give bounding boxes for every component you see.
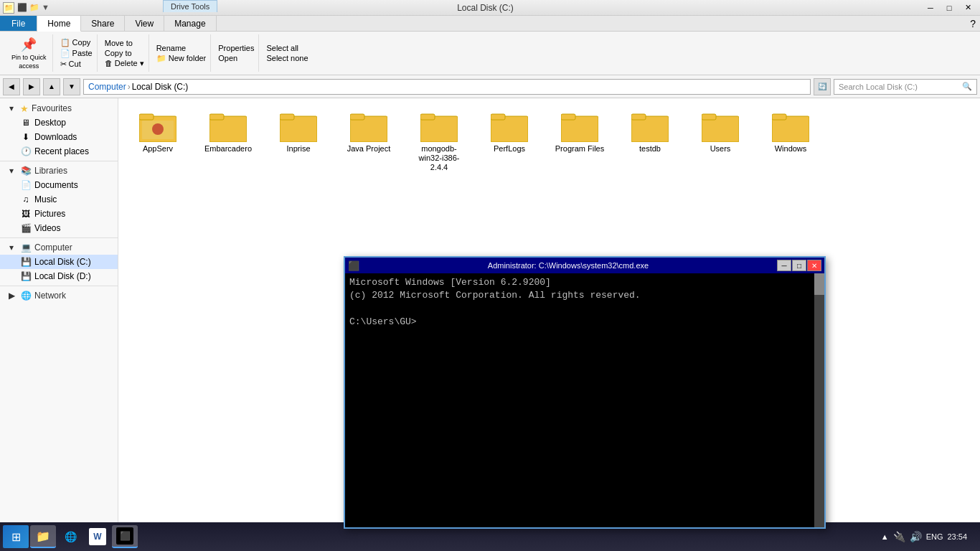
start-button[interactable]: ⊞ <box>3 525 29 548</box>
folder-programfiles[interactable]: Program Files <box>547 105 612 178</box>
tab-manage[interactable]: Manage <box>164 16 216 31</box>
cmd-minimize[interactable]: ─ <box>777 260 791 271</box>
cmd-close[interactable]: ✕ <box>807 260 821 271</box>
delete-button[interactable]: 🗑 Delete ▾ <box>105 59 144 68</box>
tray-clock[interactable]: 23:54 <box>947 532 967 541</box>
back-button[interactable]: ◀ <box>3 78 20 95</box>
paste-button[interactable]: 📄 Paste <box>60 49 93 58</box>
title-bar-left: 📁 ⬛ 📁 ▼ <box>3 2 50 14</box>
tray-arrows[interactable]: ▲ <box>881 532 889 541</box>
sidebar-item-local-d[interactable]: 💾 Local Disk (D:) <box>0 269 118 283</box>
sidebar-item-recent[interactable]: 🕐 Recent places <box>0 144 118 159</box>
cmd-body[interactable]: Microsoft Windows [Version 6.2.9200] (c)… <box>345 273 824 527</box>
folder-mongodb[interactable]: mongodb-win32-i386-2.4.4 <box>407 105 471 178</box>
up-button[interactable]: ▲ <box>43 78 60 95</box>
move-to-button[interactable]: Move to <box>105 39 144 47</box>
search-icon[interactable]: 🔍 <box>962 82 972 91</box>
address-box[interactable]: Computer › Local Disk (C:) <box>83 79 811 95</box>
taskbar-chrome[interactable]: 🌐 <box>57 525 83 548</box>
taskbar-cmd[interactable]: ⬛ <box>112 525 138 548</box>
localc-icon: 💾 <box>20 256 32 268</box>
ribbon-help[interactable]: ? <box>966 16 980 31</box>
svg-rect-11 <box>420 114 435 120</box>
rename-button[interactable]: Rename <box>156 44 207 52</box>
chrome-icon: 🌐 <box>62 528 79 545</box>
folder-inprise[interactable]: Inprise <box>266 105 331 178</box>
folder-testdb-icon <box>631 110 669 142</box>
folder-testdb[interactable]: testdb <box>618 105 682 178</box>
sidebar-section-libraries[interactable]: ▾ 📚 Libraries <box>0 164 118 178</box>
tab-home[interactable]: Home <box>37 16 81 32</box>
folder-embarcadero-icon <box>209 110 247 142</box>
maximize-button[interactable]: □ <box>940 0 958 16</box>
videos-icon: 🎬 <box>20 222 32 234</box>
pictures-icon: 🖼 <box>20 208 32 220</box>
select-none-button[interactable]: Select none <box>266 54 308 62</box>
tab-file[interactable]: File <box>0 16 37 31</box>
tray-network-icon[interactable]: 🔌 <box>893 531 905 542</box>
address-computer[interactable]: Computer <box>88 82 126 92</box>
libraries-label: Libraries <box>34 166 67 176</box>
sidebar-item-desktop[interactable]: 🖥 Desktop <box>0 116 118 130</box>
mongodb-label: mongodb-win32-i386-2.4.4 <box>410 144 468 173</box>
cmd-scrollbar[interactable] <box>814 273 824 527</box>
cmd-window[interactable]: ⬛ Administrator: C:\Windows\system32\cmd… <box>344 256 826 529</box>
cmd-scrollbar-thumb[interactable] <box>814 273 824 295</box>
folder-users-icon <box>702 110 739 142</box>
sidebar-item-pictures[interactable]: 🖼 Pictures <box>0 207 118 221</box>
tray-language[interactable]: ENG <box>926 532 943 541</box>
folder-javaproject[interactable]: Java Project <box>336 105 401 178</box>
new-folder-button[interactable]: 📁 New folder <box>156 54 207 63</box>
folder-users[interactable]: Users <box>688 105 753 178</box>
music-icon: ♫ <box>20 194 32 205</box>
main-layout: ▾ ★ Favourites 🖥 Desktop ⬇ Downloads 🕐 R… <box>0 98 980 550</box>
sidebar-item-videos[interactable]: 🎬 Videos <box>0 221 118 235</box>
tab-share[interactable]: Share <box>81 16 125 31</box>
open-button[interactable]: Open <box>218 54 254 62</box>
address-refresh[interactable]: 🔄 <box>814 78 831 95</box>
sidebar-section-computer[interactable]: ▾ 💻 Computer <box>0 240 118 255</box>
copy-button[interactable]: 📋 Copy <box>60 38 93 47</box>
tab-view[interactable]: View <box>125 16 164 31</box>
recent-locations[interactable]: ▼ <box>63 78 80 95</box>
desktop-icon: 🖥 <box>20 117 32 128</box>
sidebar-item-documents[interactable]: 📄 Documents <box>0 178 118 192</box>
svg-rect-19 <box>702 114 716 120</box>
sidebar-item-local-c[interactable]: 💾 Local Disk (C:) <box>0 255 118 269</box>
sidebar-item-downloads[interactable]: ⬇ Downloads <box>0 130 118 144</box>
svg-rect-13 <box>491 114 505 120</box>
folder-windows[interactable]: Windows <box>758 105 823 178</box>
folder-embarcadero[interactable]: Embarcadero <box>196 105 260 178</box>
sep1 <box>0 161 118 161</box>
svg-rect-1 <box>139 114 154 120</box>
forward-button[interactable]: ▶ <box>23 78 40 95</box>
taskbar-word[interactable]: W <box>85 525 110 548</box>
svg-rect-9 <box>350 114 364 120</box>
content-area: AppServ Embarcadero <box>118 98 980 550</box>
cut-button[interactable]: ✂ Cut <box>60 60 93 69</box>
svg-rect-15 <box>561 114 575 120</box>
copy-to-button[interactable]: Copy to <box>105 49 144 57</box>
locald-icon: 💾 <box>20 270 32 282</box>
drive-tools-tab[interactable]: Drive Tools <box>163 0 217 12</box>
minimize-button[interactable]: ─ <box>921 0 940 16</box>
folder-perflogs[interactable]: PerfLogs <box>477 105 542 178</box>
taskbar-explorer[interactable]: 📁 <box>30 525 56 548</box>
folder-appserv[interactable]: AppServ <box>126 105 190 178</box>
pin-to-quick-access[interactable]: 📌 Pin to Quick access <box>6 34 53 72</box>
sidebar-item-music[interactable]: ♫ Music <box>0 192 118 207</box>
cmd-maximize[interactable]: □ <box>792 260 806 271</box>
system-tray: ▲ 🔌 🔊 ENG 23:54 <box>878 531 977 542</box>
properties-button[interactable]: Properties <box>218 44 254 52</box>
folder-javaproject-icon <box>350 110 387 142</box>
close-button[interactable]: ✕ <box>958 0 977 16</box>
cmd-line-4: C:\Users\GU> <box>349 316 820 329</box>
select-all-button[interactable]: Select all <box>266 44 308 52</box>
network-expand-icon: ▶ <box>6 290 17 301</box>
tray-volume-icon[interactable]: 🔊 <box>910 531 922 542</box>
address-disk[interactable]: Local Disk (C:) <box>132 82 189 92</box>
sidebar-section-network[interactable]: ▶ 🌐 Network <box>0 288 118 303</box>
sidebar-section-favourites[interactable]: ▾ ★ Favourites <box>0 101 118 116</box>
cmd-line-2: (c) 2012 Microsoft Corporation. All righ… <box>349 289 820 302</box>
search-box[interactable]: Search Local Disk (C:) 🔍 <box>834 79 977 95</box>
